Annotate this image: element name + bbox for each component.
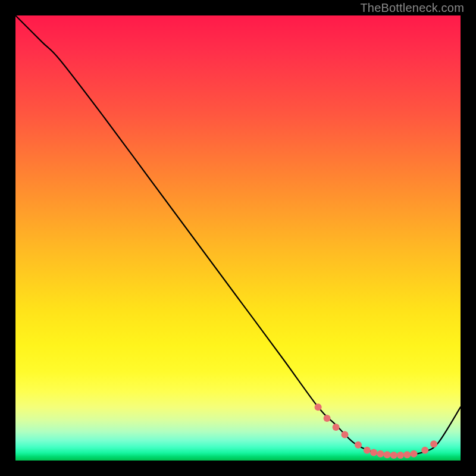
highlight-dot: [421, 447, 428, 454]
highlight-dot: [342, 431, 349, 439]
highlight-dot: [355, 441, 362, 449]
bottleneck-curve: [15, 15, 461, 456]
highlight-dot: [315, 403, 322, 411]
highlight-dot: [411, 450, 418, 458]
watermark-text: TheBottleneck.com: [360, 1, 464, 15]
highlight-dot: [390, 452, 397, 459]
highlight-dot: [430, 440, 437, 447]
highlight-dot: [333, 424, 340, 431]
highlight-dot: [364, 447, 371, 454]
highlight-dot: [324, 415, 331, 422]
highlight-dot: [397, 452, 404, 459]
highlight-dot: [370, 449, 377, 456]
highlight-dot: [377, 450, 384, 458]
chart-plot-area: [15, 15, 461, 461]
highlight-dot: [384, 451, 391, 458]
chart-frame: TheBottleneck.com: [0, 0, 476, 476]
highlight-dot: [403, 451, 411, 458]
chart-svg: [15, 15, 461, 461]
highlight-dots-group: [315, 403, 438, 459]
